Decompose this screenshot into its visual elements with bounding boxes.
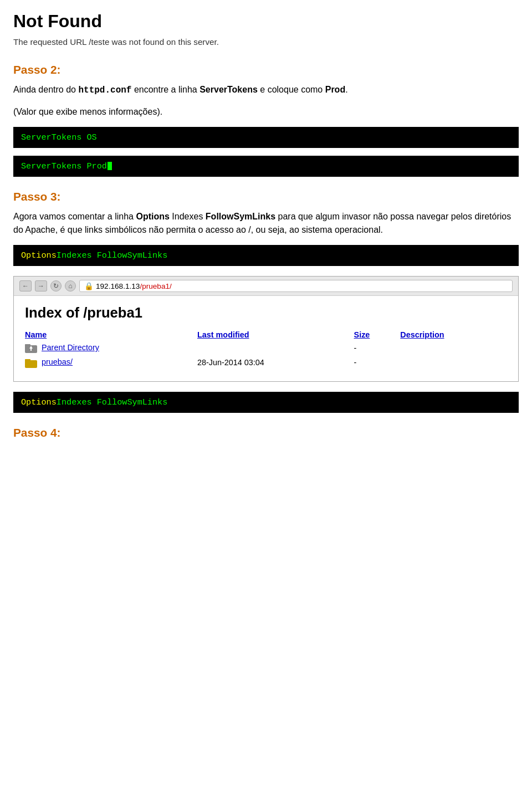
table-row: Parent Directory - [25, 341, 507, 355]
addr-path: /prueba1/ [140, 282, 171, 290]
pruebas-link[interactable]: pruebas/ [42, 357, 73, 366]
cell-size: - [354, 341, 401, 355]
terminal-text: ServerTokens OS [21, 132, 97, 142]
terminal-servertokens-prod: ServerTokens Prod [13, 156, 519, 177]
back-button[interactable]: ← [19, 280, 32, 291]
cell-modified: 28-Jun-2014 03:04 [197, 355, 354, 370]
passo4-heading: Passo 4: [13, 426, 519, 439]
terminal-options-before: Options Indexes FollowSymLinks [13, 245, 519, 266]
cell-size: - [354, 355, 401, 370]
terminal-text-prod: ServerTokens Prod [21, 161, 107, 171]
svg-rect-3 [30, 349, 32, 351]
passo3-heading: Passo 3: [13, 190, 519, 203]
passo3-para: Agora vamos comentar a linha Options Ind… [13, 210, 519, 238]
table-row: pruebas/ 28-Jun-2014 03:04 - [25, 355, 507, 370]
svg-rect-5 [25, 359, 30, 362]
col-desc: Description [400, 329, 507, 341]
cell-name: Parent Directory [25, 341, 197, 355]
httpd-conf-link: httpd.conf [78, 85, 131, 95]
cell-name: pruebas/ [25, 355, 197, 370]
prod-label: Prod [325, 85, 345, 94]
options-yellow2: Options [21, 397, 57, 407]
not-found-message: The requested URL /teste was not found o… [13, 37, 519, 47]
col-name: Name [25, 329, 197, 341]
options-rest: Indexes FollowSymLinks [57, 250, 168, 260]
home-button[interactable]: ⌂ [65, 280, 76, 291]
passo2-section: Passo 2: Ainda dentro do httpd.conf enco… [13, 63, 519, 177]
refresh-button[interactable]: ↻ [50, 280, 62, 291]
folder-up-icon [25, 343, 37, 353]
browser-toolbar: ← → ↻ ⌂ 🔒 192.168.1.13/prueba1/ [14, 277, 518, 296]
terminal-servertokens-os: ServerTokens OS [13, 127, 519, 148]
not-found-title: Not Found [13, 11, 519, 32]
terminal-options-after: Options Indexes FollowSymLinks [13, 392, 519, 413]
passo2-para1: Ainda dentro do httpd.conf encontre a li… [13, 83, 519, 98]
server-tokens-label: ServerTokens [200, 85, 258, 94]
passo2-para2: (Valor que exibe menos informações). [13, 105, 519, 119]
options-yellow: Options [21, 250, 57, 260]
col-size: Size [354, 329, 401, 341]
cell-desc [400, 341, 507, 355]
index-title: Index of /prueba1 [25, 305, 507, 321]
lock-icon: 🔒 [84, 282, 94, 290]
col-modified: Last modified [197, 329, 354, 341]
folder-icon [25, 358, 37, 368]
cursor-blink [108, 162, 112, 170]
cell-modified [197, 341, 354, 355]
cell-desc [400, 355, 507, 370]
options-bold: Options [136, 212, 169, 221]
forward-button[interactable]: → [35, 280, 47, 291]
address-bar[interactable]: 🔒 192.168.1.13/prueba1/ [79, 280, 513, 292]
passo4-section: Passo 4: [13, 426, 519, 439]
not-found-section: Not Found The requested URL /teste was n… [13, 11, 519, 47]
addr-base: 192.168.1.13 [96, 282, 140, 290]
browser-content: Index of /prueba1 Name Last modified Siz… [14, 296, 518, 381]
index-table: Name Last modified Size Description [25, 329, 507, 370]
parent-dir-link[interactable]: Parent Directory [42, 343, 99, 352]
options-rest2: Indexes FollowSymLinks [57, 397, 168, 407]
followsymlinks-bold: FollowSymLinks [206, 212, 275, 221]
browser-screenshot: ← → ↻ ⌂ 🔒 192.168.1.13/prueba1/ Index of… [13, 276, 519, 381]
passo2-heading: Passo 2: [13, 63, 519, 76]
svg-rect-1 [25, 344, 30, 347]
passo3-section: Passo 3: Agora vamos comentar a linha Op… [13, 190, 519, 413]
